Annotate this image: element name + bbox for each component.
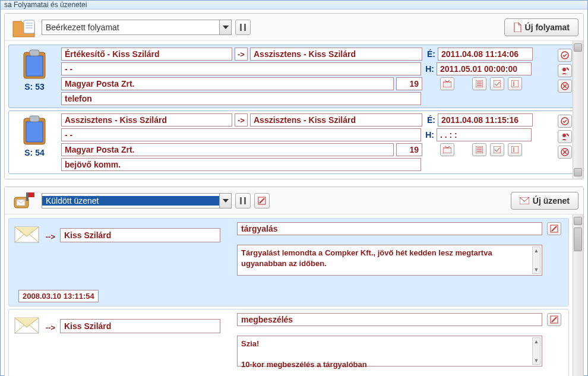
to-field[interactable]: Asszisztens - Kiss Szilárd — [250, 48, 422, 61]
messages-toolbar: Új üzenet — [5, 187, 583, 214]
direction-arrow: --> — [46, 315, 55, 332]
messages-panel: Új üzenet --> Kiss Szilárd tárgyalás — [4, 187, 584, 376]
messages-scrollbar[interactable] — [573, 214, 583, 376]
qty-field[interactable]: 19 — [396, 77, 422, 90]
keyboard-button[interactable] — [440, 77, 454, 90]
scroll-thumb[interactable] — [574, 228, 582, 251]
svg-rect-0 — [24, 20, 34, 33]
mailbox-icon — [10, 189, 38, 213]
window-titlebar: sa Folyamatai és üzenetei — [1, 1, 587, 10]
line2-field[interactable]: - - — [61, 128, 421, 141]
body-scrollbar[interactable]: ▲▼ — [532, 337, 540, 365]
process-sid: S: 54 — [24, 148, 44, 157]
svg-rect-43 — [244, 197, 246, 204]
e-label: É: — [425, 115, 435, 125]
svg-point-18 — [562, 68, 566, 71]
accept-button[interactable] — [558, 115, 572, 128]
process-filter-value[interactable] — [42, 23, 219, 32]
svg-rect-30 — [494, 146, 501, 153]
note-field[interactable]: bejövő komm. — [61, 158, 421, 171]
keyboard-button[interactable] — [440, 143, 454, 156]
svg-rect-9 — [443, 82, 451, 87]
svg-rect-25 — [443, 148, 451, 153]
window-title: sa Folyamatai és üzenetei — [4, 1, 87, 9]
checklist-button[interactable] — [490, 77, 504, 90]
partner-field[interactable]: Magyar Posta Zrt. — [61, 77, 394, 90]
edit-message-button[interactable] — [547, 222, 561, 235]
pause-button[interactable] — [235, 20, 251, 35]
e-date-field[interactable]: 2011.04.08 11:14:06 — [438, 48, 533, 61]
svg-rect-24 — [30, 116, 39, 122]
clipboard-icon — [18, 48, 51, 81]
body-text: Szia! 10-kor megbeszélés a tárgyalóban — [241, 339, 538, 370]
new-message-label: Új üzenet — [533, 196, 570, 206]
scroll-up-icon[interactable] — [574, 217, 582, 225]
message-filter-dropdown-button[interactable] — [219, 194, 231, 208]
recipient-field[interactable]: Kiss Szilárd — [60, 319, 220, 333]
svg-rect-14 — [494, 80, 501, 87]
line2-field[interactable]: - - — [61, 62, 421, 75]
svg-rect-31 — [511, 146, 519, 153]
new-process-button[interactable]: Új folyamat — [504, 18, 578, 36]
h-date-field[interactable]: . . : : — [437, 128, 532, 141]
partner-field[interactable]: Magyar Posta Zrt. — [61, 143, 394, 156]
new-process-label: Új folyamat — [525, 23, 570, 32]
mail-icon — [520, 197, 529, 204]
checklist-button[interactable] — [490, 143, 504, 156]
list-button[interactable] — [472, 143, 486, 156]
process-filter-dropdown-button[interactable] — [219, 20, 231, 34]
direction-arrow: --> — [46, 224, 55, 241]
svg-rect-7 — [26, 56, 43, 76]
process-row[interactable]: S: 54 Asszisztens - Kiss Szilárd -> Assz… — [8, 110, 577, 174]
from-field[interactable]: Értékesítő - Kiss Szilárd — [61, 48, 232, 61]
from-field[interactable]: Asszisztens - Kiss Szilárd — [61, 113, 232, 127]
pause-button[interactable] — [235, 193, 251, 208]
app-window: sa Folyamatai és üzenetei — [0, 0, 588, 376]
recipient-field[interactable]: Kiss Szilárd — [60, 228, 220, 242]
message-row[interactable]: --> Kiss Szilárd tárgyalás Tárgyalást le… — [8, 218, 569, 307]
body-field[interactable]: Tárgyalást lemondta a Compker Kft., jövő… — [237, 245, 542, 276]
body-scrollbar[interactable]: ▲▼ — [532, 247, 540, 274]
processes-toolbar: Új folyamat — [5, 14, 583, 41]
h-date-field[interactable]: 2011.05.01 00:00:00 — [437, 62, 532, 75]
processes-scrollbar[interactable] — [573, 41, 583, 179]
svg-rect-4 — [240, 24, 242, 31]
compose-icon-button[interactable] — [254, 193, 270, 208]
process-filter-combo[interactable] — [42, 20, 232, 35]
assign-button[interactable] — [558, 130, 572, 143]
body-text: Tárgyalást lemondta a Compker Kft., jövő… — [241, 248, 538, 268]
list-button[interactable] — [472, 77, 486, 90]
message-filter-value[interactable] — [42, 196, 219, 206]
notes-button[interactable] — [508, 77, 522, 90]
note-field[interactable]: telefon — [61, 92, 421, 105]
to-field[interactable]: Asszisztens - Kiss Szilárd — [250, 113, 422, 127]
qty-field[interactable]: 19 — [396, 143, 422, 156]
delete-button[interactable] — [558, 146, 572, 159]
accept-button[interactable] — [558, 49, 572, 62]
body-field[interactable]: Szia! 10-kor megbeszélés a tárgyalóban ▲… — [237, 336, 542, 366]
h-label: H: — [423, 130, 434, 140]
new-message-button[interactable]: Új üzenet — [511, 192, 578, 210]
messages-list: --> Kiss Szilárd tárgyalás Tárgyalást le… — [5, 214, 583, 376]
e-label: É: — [425, 49, 435, 59]
svg-rect-5 — [244, 24, 246, 31]
scroll-down-icon[interactable] — [574, 168, 582, 176]
h-label: H: — [423, 64, 434, 74]
e-date-field[interactable]: 2011.04.08 11:15:16 — [438, 113, 533, 127]
edit-message-button[interactable] — [547, 313, 561, 326]
svg-rect-15 — [511, 80, 519, 87]
new-document-icon — [513, 23, 521, 32]
message-filter-combo[interactable] — [42, 193, 232, 208]
processes-list: S: 53 Értékesítő - Kiss Szilárd -> Asszi… — [5, 41, 583, 179]
message-row[interactable]: --> Kiss Szilárd megbeszélés Szia! 10-ko… — [8, 309, 569, 376]
scroll-up-icon[interactable] — [574, 43, 582, 52]
processes-panel: Új folyamat S: 53 Értékesítő - Kiss Szil… — [4, 13, 584, 179]
subject-field[interactable]: megbeszélés — [237, 313, 542, 326]
arrow-icon: -> — [235, 48, 248, 61]
svg-rect-39 — [26, 192, 29, 201]
process-row[interactable]: S: 53 Értékesítő - Kiss Szilárd -> Asszi… — [8, 45, 577, 108]
assign-button[interactable] — [558, 64, 572, 77]
subject-field[interactable]: tárgyalás — [237, 222, 542, 235]
notes-button[interactable] — [508, 143, 522, 156]
delete-button[interactable] — [558, 80, 572, 93]
